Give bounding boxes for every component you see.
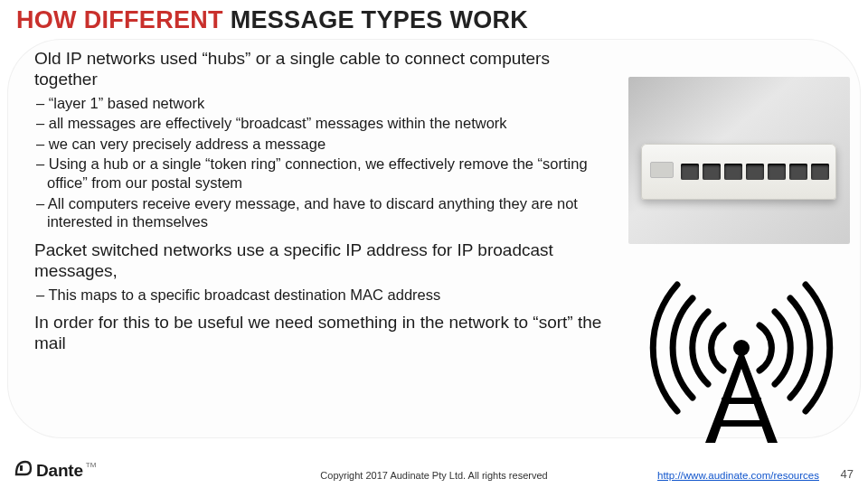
resources-link[interactable]: http://www.audinate.com/resources [657, 470, 819, 481]
bullet-5: All computers receive every message, and… [45, 194, 613, 231]
logo-text: Dante [36, 461, 83, 481]
copyright-text: Copyright 2017 Audinate Pty Ltd. All rig… [320, 470, 547, 481]
dante-logo: Dante TM [14, 460, 95, 481]
page-number: 47 [841, 467, 854, 481]
title-red-part: HOW DIFFERENT [16, 6, 223, 33]
slide-title: HOW DIFFERENT MESSAGE TYPES WORK [16, 6, 528, 34]
hub-device [641, 144, 836, 200]
svg-rect-2 [714, 420, 769, 427]
hub-port [724, 164, 742, 180]
hub-port [768, 164, 786, 180]
bullet-2: all messages are effectively “broadcast”… [45, 114, 613, 133]
bullet-4: Using a hub or a single “token ring” con… [45, 155, 613, 192]
hub-port [681, 164, 699, 180]
footer: Dante TM Copyright 2017 Audinate Pty Ltd… [0, 457, 868, 488]
svg-rect-1 [722, 398, 761, 404]
hub-port [746, 164, 764, 180]
bullet-6: This maps to a specific broadcast destin… [45, 286, 613, 305]
svg-rect-3 [20, 465, 23, 471]
hub-led-panel [650, 162, 674, 178]
paragraph-3: In order for this to be useful we need s… [34, 313, 613, 354]
paragraph-2: Packet switched networks use a specific … [34, 240, 613, 282]
bullet-1: “layer 1” based network [45, 94, 613, 113]
logo-tm: TM [86, 461, 97, 469]
hub-port [789, 164, 807, 180]
title-black-part: MESSAGE TYPES WORK [223, 6, 528, 33]
hub-ports [681, 164, 829, 180]
broadcast-icon [637, 262, 845, 447]
hub-port [703, 164, 721, 180]
hub-port [811, 164, 829, 180]
bullet-3: we can very precisely address a message [45, 135, 613, 154]
content-region: Old IP networks used “hubs” or a single … [34, 49, 613, 358]
paragraph-1: Old IP networks used “hubs” or a single … [34, 49, 613, 90]
dante-logo-icon [14, 460, 33, 476]
hub-photo [628, 77, 850, 244]
